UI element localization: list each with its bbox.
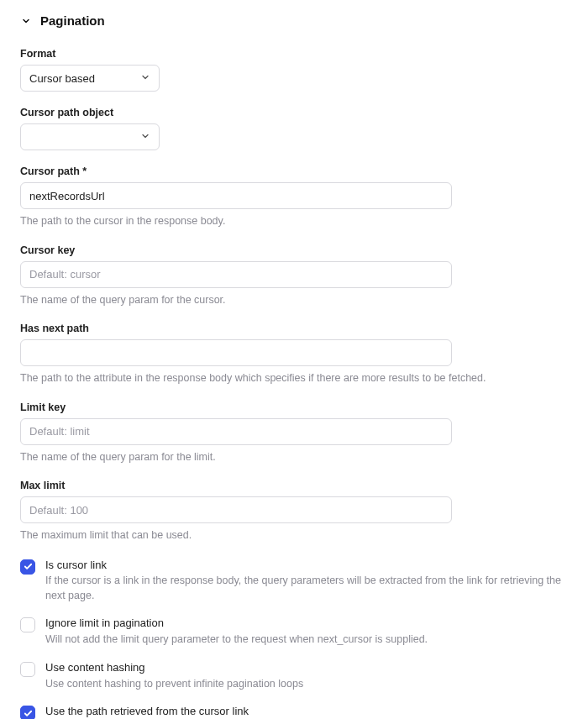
- section-title: Pagination: [40, 13, 105, 28]
- cursor-path-label: Cursor path *: [20, 165, 568, 177]
- use-path-from-cursor-texts: Use the path retrieved from the cursor l…: [45, 705, 568, 719]
- max-limit-input[interactable]: [29, 504, 443, 517]
- field-has-next-path: Has next path The path to the attribute …: [20, 323, 568, 386]
- limit-key-help: The name of the query param for the limi…: [20, 450, 568, 465]
- field-max-limit: Max limit The maximum limit that can be …: [20, 480, 568, 543]
- limit-key-label: Limit key: [20, 401, 568, 413]
- field-limit-key: Limit key The name of the query param fo…: [20, 401, 568, 465]
- use-path-from-cursor-label: Use the path retrieved from the cursor l…: [45, 705, 568, 719]
- cursor-key-input[interactable]: [29, 268, 443, 281]
- format-select-value: Cursor based: [29, 72, 140, 85]
- is-cursor-link-checkbox[interactable]: [20, 559, 35, 575]
- field-format: Format Cursor based: [20, 48, 568, 92]
- is-cursor-link-label: Is cursor link: [45, 559, 568, 573]
- cursor-key-label: Cursor key: [20, 244, 568, 256]
- limit-key-input-wrap: [20, 418, 452, 445]
- field-cursor-path: Cursor path * The path to the cursor in …: [20, 165, 568, 229]
- format-select[interactable]: Cursor based: [20, 65, 160, 92]
- cursor-path-input[interactable]: [29, 190, 443, 202]
- content-hashing-texts: Use content hashing Use content hashing …: [45, 661, 303, 691]
- check-use-path-from-cursor: Use the path retrieved from the cursor l…: [20, 705, 568, 719]
- check-is-cursor-link: Is cursor link If the cursor is a link i…: [20, 559, 568, 604]
- cursor-key-input-wrap: [20, 261, 452, 288]
- section-header: Pagination: [20, 13, 568, 28]
- content-hashing-label: Use content hashing: [45, 661, 303, 675]
- max-limit-label: Max limit: [20, 480, 568, 491]
- chevron-down-icon: [140, 72, 150, 85]
- field-cursor-path-object: Cursor path object: [20, 107, 568, 150]
- has-next-path-label: Has next path: [20, 323, 568, 334]
- use-path-from-cursor-checkbox[interactable]: [20, 706, 35, 719]
- has-next-path-help: The path to the attribute in the respons…: [20, 371, 568, 386]
- ignore-limit-help: Will not add the limit query parameter t…: [45, 632, 428, 648]
- max-limit-input-wrap: [20, 496, 452, 523]
- check-ignore-limit: Ignore limit in pagination Will not add …: [20, 617, 568, 647]
- ignore-limit-checkbox[interactable]: [20, 617, 35, 632]
- content-hashing-checkbox[interactable]: [20, 662, 35, 677]
- chevron-down-icon: [140, 131, 150, 144]
- cursor-path-input-wrap: [20, 182, 452, 209]
- ignore-limit-texts: Ignore limit in pagination Will not add …: [45, 617, 428, 647]
- cursor-path-help: The path to the cursor in the response b…: [20, 214, 568, 229]
- cursor-path-object-select[interactable]: [20, 123, 160, 150]
- format-label: Format: [20, 48, 568, 60]
- has-next-path-input-wrap: [20, 339, 452, 366]
- is-cursor-link-help: If the cursor is a link in the response …: [45, 574, 568, 603]
- content-hashing-help: Use content hashing to prevent infinite …: [45, 677, 303, 692]
- cursor-key-help: The name of the query param for the curs…: [20, 293, 568, 308]
- cursor-path-object-label: Cursor path object: [20, 107, 568, 118]
- ignore-limit-label: Ignore limit in pagination: [45, 617, 428, 631]
- is-cursor-link-texts: Is cursor link If the cursor is a link i…: [45, 559, 568, 604]
- field-cursor-key: Cursor key The name of the query param f…: [20, 244, 568, 308]
- limit-key-input[interactable]: [29, 425, 443, 438]
- chevron-down-icon[interactable]: [20, 15, 32, 27]
- check-content-hashing: Use content hashing Use content hashing …: [20, 661, 568, 691]
- max-limit-help: The maximum limit that can be used.: [20, 528, 568, 543]
- has-next-path-input[interactable]: [29, 347, 443, 360]
